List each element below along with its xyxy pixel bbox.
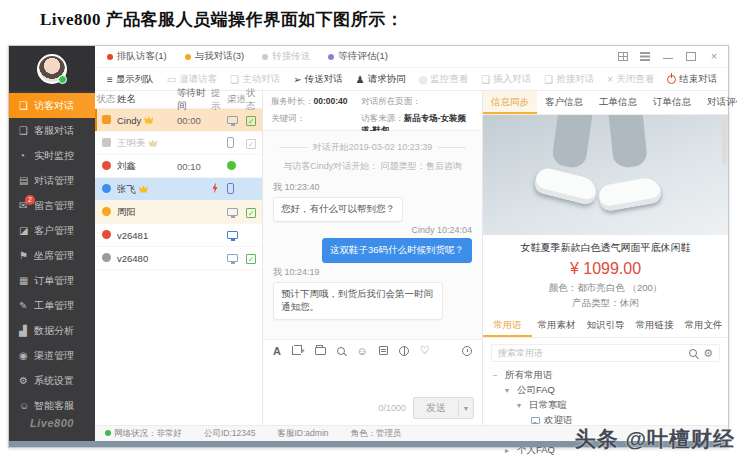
- send-button[interactable]: 发送▾: [413, 397, 474, 419]
- chat-manage-icon: ▤: [19, 175, 34, 186]
- maximize-icon[interactable]: [685, 50, 697, 62]
- tab-common-links[interactable]: 常用链接: [630, 314, 679, 337]
- favorite-icon[interactable]: ♡: [420, 344, 430, 357]
- close-view-button[interactable]: ×关闭查看: [607, 73, 654, 86]
- visitor-row-zhouyang[interactable]: 周阳 ✓: [95, 201, 262, 224]
- seat-manage-icon: ⚑: [19, 250, 34, 261]
- file-icon[interactable]: [315, 347, 326, 355]
- request-collaboration-button[interactable]: ♟请求协同: [356, 73, 406, 86]
- tree-item-daily-greetings[interactable]: ▾日常寒暄: [493, 398, 718, 413]
- page-title: Live800 产品客服人员端操作界面如下图所示：: [40, 8, 403, 31]
- monitor-view-button[interactable]: ◎监控查看: [419, 73, 469, 86]
- tab-common-materials[interactable]: 常用素材: [532, 314, 581, 337]
- red-dot-icon: [107, 54, 113, 60]
- caret-down-icon[interactable]: ▾: [505, 386, 513, 395]
- message-meta: Cindy 10:24:04: [273, 225, 472, 235]
- visitor-row-liuxin[interactable]: 刘鑫 00:10: [95, 155, 262, 178]
- sidebar-item-seat-manage[interactable]: ⚑坐席管理: [9, 243, 95, 268]
- sidebar-item-agent-chat[interactable]: ❑客服对话: [9, 118, 95, 143]
- sidebar-item-ticket-manage[interactable]: ✎工单管理: [9, 293, 95, 318]
- customer-manage-icon: ◪: [19, 225, 34, 236]
- font-icon[interactable]: A: [273, 345, 281, 357]
- grab-chat-button[interactable]: ❑抢接对话: [544, 73, 594, 86]
- phrase-search-box: ⚙: [491, 344, 720, 362]
- transfer-chat-button[interactable]: ➢传送对话: [293, 73, 342, 86]
- page-label: 对话所在页面：: [361, 96, 474, 108]
- proactive-chat-button[interactable]: ❑主动对话: [230, 73, 280, 86]
- avatar[interactable]: [37, 54, 67, 84]
- char-counter: 0/1000: [378, 403, 406, 413]
- visitor-row-zhangfei[interactable]: 张飞: [95, 178, 262, 201]
- tab-common-phrases[interactable]: 常用语: [483, 314, 532, 337]
- search-icon[interactable]: [689, 349, 697, 357]
- timeout-status-icon: [102, 230, 111, 239]
- history-clock-icon[interactable]: [462, 346, 472, 356]
- phrase-search-input[interactable]: [498, 348, 683, 358]
- shoe-image: [597, 176, 663, 212]
- tab-queue-visitors[interactable]: 排队访客(1): [107, 50, 167, 63]
- tab-chat-rating[interactable]: 对话评估: [699, 91, 737, 114]
- window-controls: ×: [618, 50, 720, 62]
- tab-info-sync[interactable]: 信息同步: [483, 91, 537, 114]
- end-chat-button[interactable]: 结束对话: [667, 73, 717, 86]
- caret-down-icon[interactable]: ▾: [517, 401, 525, 410]
- tree-item-company-faq[interactable]: ▾公司FAQ: [493, 383, 718, 398]
- visitor-row-v26481[interactable]: v26481: [95, 224, 262, 247]
- menu-icon[interactable]: [639, 50, 651, 62]
- sidebar-item-message-manage[interactable]: ✉留言管理2: [9, 193, 95, 218]
- sidebar-item-data-analysis[interactable]: ▟数据分析: [9, 318, 95, 343]
- emoji-icon[interactable]: ☺: [356, 345, 367, 357]
- checkbox-icon[interactable]: ✓: [246, 116, 256, 126]
- offline-status-icon: [102, 138, 111, 147]
- sidebar-item-customer-manage[interactable]: ◪客户管理: [9, 218, 95, 243]
- visitor-list-header: 状态 姓名 等待时间 提示 渠道 状态: [95, 91, 262, 109]
- close-icon[interactable]: ×: [708, 50, 720, 62]
- visitor-row-v26480[interactable]: v26480 ✓: [95, 247, 262, 270]
- checkbox-icon[interactable]: ✓: [246, 208, 256, 218]
- gear-icon[interactable]: ⚙: [703, 348, 713, 359]
- avatar-box: [9, 46, 95, 91]
- sidebar-item-order-manage[interactable]: ▦订单管理: [9, 268, 95, 293]
- sidebar-item-chat-manage[interactable]: ▤对话管理: [9, 168, 95, 193]
- visitor-row-wangmingmei[interactable]: 王明美 ✓: [95, 132, 262, 155]
- grid-icon[interactable]: [618, 52, 628, 61]
- chat-input-area[interactable]: 0/1000 发送▾: [263, 361, 482, 425]
- tab-customer-info[interactable]: 客户信息: [537, 91, 591, 114]
- invite-visitor-button[interactable]: ▭邀请访客: [167, 73, 217, 86]
- orange-dot-icon: [185, 54, 191, 60]
- tab-knowledge-guide[interactable]: 知识引导: [581, 314, 630, 337]
- crown-icon: [149, 140, 158, 147]
- sidebar-item-channel-manage[interactable]: ◉渠道管理: [9, 343, 95, 368]
- tab-order-info[interactable]: 订单信息: [645, 91, 699, 114]
- product-price: ¥ 1099.00: [483, 255, 728, 280]
- note-icon[interactable]: [379, 346, 388, 355]
- checkbox-icon[interactable]: ✓: [246, 254, 256, 264]
- checkbox-icon[interactable]: ✓: [246, 139, 256, 149]
- search-icon[interactable]: [337, 347, 345, 355]
- tab-waiting-rating[interactable]: 等待评估(1): [328, 50, 388, 63]
- minimize-icon[interactable]: [662, 50, 674, 62]
- monitor-channel-icon: [227, 231, 238, 239]
- product-color: 颜色：都市亮白色 （200）: [483, 280, 728, 295]
- tab-ticket-info[interactable]: 工单信息: [591, 91, 645, 114]
- sidebar-item-visitor-chat[interactable]: ❑访客对话: [9, 93, 95, 118]
- translate-icon[interactable]: [399, 346, 409, 356]
- collapse-icon[interactable]: −: [493, 371, 501, 380]
- send-options-arrow-icon[interactable]: ▾: [458, 401, 473, 416]
- sidebar-item-smart-agent[interactable]: ☺智能客服: [9, 393, 95, 418]
- queue-status-icon: [102, 184, 111, 193]
- screenshot-icon[interactable]: ▾: [292, 346, 305, 355]
- visitor-chat-icon: ❑: [19, 100, 34, 111]
- wechat-channel-icon: [227, 161, 236, 170]
- sidebar-item-realtime-monitor[interactable]: ◔实时监控: [9, 143, 95, 168]
- panel-scrollbar[interactable]: [722, 117, 727, 165]
- tab-my-chats[interactable]: 与我对话(3): [185, 50, 245, 63]
- sidebar-item-system-settings[interactable]: ⚙系统设置: [9, 368, 95, 393]
- insert-chat-button[interactable]: ❑插入对话: [481, 73, 531, 86]
- data-analysis-icon: ▟: [19, 325, 34, 336]
- tree-item-all-phrases[interactable]: −所有常用语: [493, 368, 718, 383]
- caret-right-icon[interactable]: ▸: [505, 446, 513, 455]
- tab-common-files[interactable]: 常用文件: [679, 314, 728, 337]
- tab-transfer[interactable]: 转接传送: [262, 50, 310, 63]
- show-queue-button[interactable]: ≡显示列队: [107, 73, 154, 86]
